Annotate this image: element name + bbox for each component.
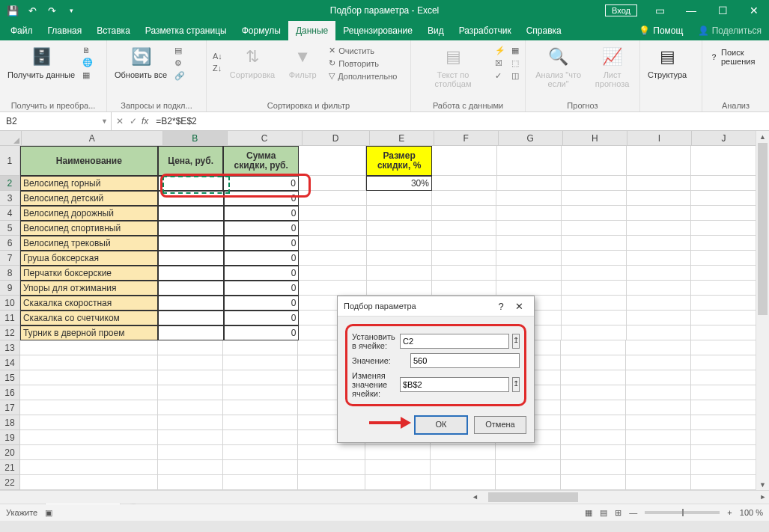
cell[interactable] [691, 221, 756, 236]
cell[interactable]: 0 [224, 221, 300, 236]
cell[interactable] [691, 400, 756, 415]
cell[interactable] [497, 146, 562, 176]
cell[interactable] [223, 370, 298, 385]
cell[interactable] [367, 236, 432, 251]
cell[interactable] [158, 370, 223, 385]
cell[interactable]: Перчатки боксерские [20, 266, 158, 281]
cell[interactable] [561, 445, 626, 460]
cell[interactable] [562, 266, 627, 281]
cell[interactable]: Велосипед трековый [20, 236, 158, 251]
cell[interactable] [299, 266, 366, 281]
cell[interactable] [626, 430, 691, 445]
cell[interactable] [158, 296, 224, 311]
cell[interactable]: Груша боксерская [20, 251, 158, 266]
tab-developer[interactable]: Разработчик [452, 21, 519, 40]
cell[interactable] [298, 460, 366, 475]
cell[interactable] [691, 415, 756, 430]
cell[interactable]: 30% [366, 176, 432, 191]
cell[interactable] [561, 340, 626, 355]
row-header[interactable]: 19 [0, 430, 20, 445]
tab-help[interactable]: Справка [519, 21, 569, 40]
col-header[interactable]: B [163, 131, 228, 146]
cell[interactable] [158, 191, 224, 206]
cell[interactable] [432, 266, 497, 281]
cell[interactable] [431, 460, 496, 475]
cell[interactable] [20, 400, 158, 415]
properties-icon[interactable]: ⚙ [173, 58, 186, 69]
cell[interactable] [367, 206, 432, 221]
cell[interactable]: Упоры для отжимания [20, 281, 158, 296]
col-header[interactable]: C [228, 131, 303, 146]
to-value-input[interactable] [410, 353, 520, 368]
cell[interactable] [367, 266, 432, 281]
cell[interactable] [223, 385, 298, 400]
cell[interactable] [561, 430, 626, 445]
scroll-thumb[interactable] [488, 492, 578, 502]
cell[interactable] [367, 221, 432, 236]
tab-layout[interactable]: Разметка страницы [138, 21, 234, 40]
cell[interactable] [158, 400, 223, 415]
vertical-scrollbar[interactable]: ▲ ▼ [756, 131, 769, 491]
select-all-corner[interactable] [0, 131, 22, 146]
row-header[interactable]: 4 [0, 206, 20, 221]
queries-icon[interactable]: ▤ [173, 45, 186, 56]
cell[interactable] [431, 475, 496, 490]
row-header[interactable]: 5 [0, 221, 20, 236]
cell[interactable] [223, 415, 298, 430]
cell[interactable] [299, 176, 366, 191]
cell[interactable] [691, 146, 756, 176]
cell[interactable] [223, 475, 298, 490]
row-header[interactable]: 17 [0, 400, 20, 415]
cell[interactable] [626, 415, 691, 430]
cell[interactable] [691, 370, 756, 385]
cell[interactable] [20, 340, 158, 355]
row-header[interactable]: 1 [0, 146, 20, 176]
col-header[interactable]: E [370, 131, 434, 146]
row-header[interactable]: 3 [0, 191, 20, 206]
qat-customize-icon[interactable]: ▾ [63, 2, 79, 19]
tab-insert[interactable]: Вставка [89, 21, 138, 40]
cancel-formula-icon[interactable]: ✕ [116, 116, 124, 126]
row-header[interactable]: 21 [0, 460, 20, 475]
cell[interactable] [627, 266, 692, 281]
zoom-level[interactable]: 100 % [740, 508, 763, 517]
cell[interactable] [20, 385, 158, 400]
cell[interactable] [691, 430, 756, 445]
cell[interactable] [158, 325, 224, 340]
cell[interactable]: Велосипед горный [20, 176, 158, 191]
cell[interactable] [158, 415, 223, 430]
cell[interactable]: 0 [224, 266, 300, 281]
cell[interactable] [691, 236, 756, 251]
row-header[interactable]: 15 [0, 370, 20, 385]
cell[interactable]: 0 [224, 311, 300, 325]
row-header[interactable]: 8 [0, 266, 20, 281]
cell[interactable] [20, 370, 158, 385]
formula-input[interactable]: =B2*$E$2 [153, 116, 769, 126]
cell[interactable]: Велосипед спортивный [20, 221, 158, 236]
macro-record-icon[interactable]: ▣ [45, 508, 52, 518]
confirm-formula-icon[interactable]: ✓ [130, 116, 137, 126]
cell[interactable] [223, 430, 298, 445]
cell[interactable]: Велосипед детский [20, 191, 158, 206]
cell[interactable] [299, 236, 366, 251]
from-table-icon[interactable]: ▦ [81, 70, 94, 81]
cell[interactable] [298, 475, 366, 490]
zoom-slider[interactable] [645, 511, 720, 514]
cell[interactable] [691, 445, 756, 460]
cell[interactable] [158, 176, 224, 191]
row-header[interactable]: 2 [0, 176, 20, 191]
cell[interactable] [299, 281, 366, 296]
cell[interactable] [627, 296, 692, 311]
cell[interactable] [299, 206, 366, 221]
cell[interactable] [158, 311, 224, 325]
cell[interactable] [562, 296, 627, 311]
zoom-in-icon[interactable]: + [727, 508, 732, 517]
cell[interactable] [158, 445, 223, 460]
share-button[interactable]: 👤 Поделиться [690, 21, 769, 40]
outline-button[interactable]: ▤Структура [645, 43, 690, 81]
cell[interactable] [365, 445, 431, 460]
col-header[interactable]: J [692, 131, 756, 146]
cell[interactable] [432, 191, 497, 206]
cell[interactable] [562, 236, 627, 251]
ref-picker-icon[interactable]: ↥ [512, 377, 520, 392]
